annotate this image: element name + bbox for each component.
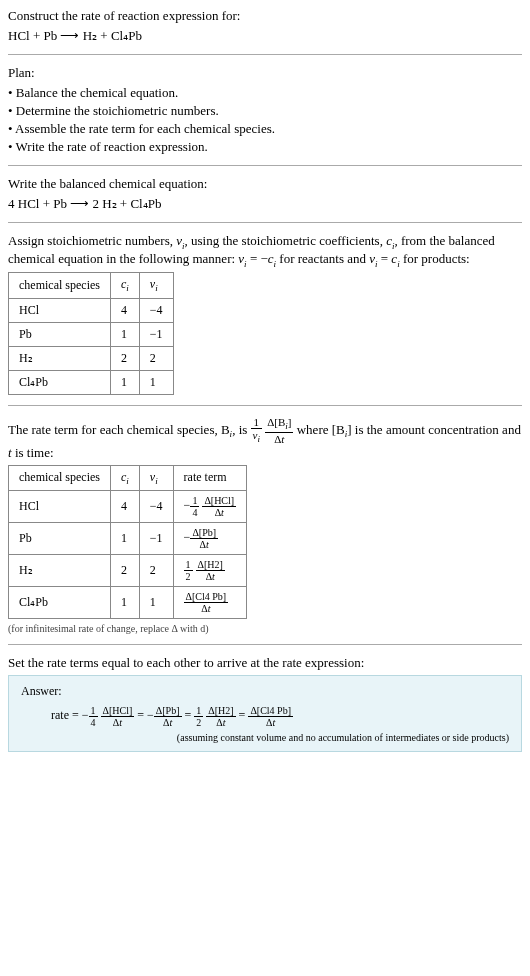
num: Δ[Pb] xyxy=(154,705,182,717)
balanced-block: Write the balanced chemical equation: 4 … xyxy=(8,176,522,212)
rate-prefix: rate = xyxy=(51,708,82,722)
table-note: (for infinitesimal rate of change, repla… xyxy=(8,623,522,634)
divider xyxy=(8,405,522,406)
cell: 1 xyxy=(110,587,139,619)
table-row: Pb 1 −1 −Δ[Pb]Δt xyxy=(9,523,247,555)
cell: −1 xyxy=(139,523,173,555)
den: 2 xyxy=(194,717,203,728)
divider xyxy=(8,222,522,223)
cell: 2 xyxy=(139,555,173,587)
table-row: H₂ 2 2 12 Δ[H2]Δt xyxy=(9,555,247,587)
cell: 2 xyxy=(110,346,139,370)
col-header: ci xyxy=(110,465,139,490)
answer-rate: rate = −14 Δ[HCl]Δt = −Δ[Pb]Δt = 12 Δ[H2… xyxy=(51,705,509,728)
cell: 1 xyxy=(110,370,139,394)
cell: Cl₄Pb xyxy=(9,587,111,619)
question-block: Construct the rate of reaction expressio… xyxy=(8,8,522,44)
text: chemical species xyxy=(19,278,100,292)
den: Δt xyxy=(154,717,182,728)
neg: − xyxy=(82,708,89,722)
neg: − xyxy=(184,530,191,544)
eq: = xyxy=(239,708,249,722)
table-header-row: chemical species ci νi xyxy=(9,273,174,298)
den: 4 xyxy=(89,717,98,728)
num: Δ[Pb] xyxy=(190,527,218,539)
fraction: Δ[H2]Δt xyxy=(196,559,225,582)
question-equation: HCl + Pb ⟶ H₂ + Cl₄Pb xyxy=(8,28,522,44)
cell: 4 xyxy=(110,298,139,322)
num: Δ[HCl] xyxy=(101,705,135,717)
den: 4 xyxy=(190,507,199,518)
plan-title: Plan: xyxy=(8,65,522,81)
stoich-intro: Assign stoichiometric numbers, νi, using… xyxy=(8,233,522,268)
fraction: Δ[Pb]Δt xyxy=(154,705,182,728)
text: , is xyxy=(232,421,250,436)
stoich-block: Assign stoichiometric numbers, νi, using… xyxy=(8,233,522,395)
cell: −14 Δ[HCl]Δt xyxy=(173,491,247,523)
text: rate term xyxy=(184,470,227,484)
num: 1 xyxy=(184,559,193,571)
table-header-row: chemical species ci νi rate term xyxy=(9,465,247,490)
table-row: HCl4−4 xyxy=(9,298,174,322)
table-row: HCl 4 −4 −14 Δ[HCl]Δt xyxy=(9,491,247,523)
fraction: Δ[Cl4 Pb]Δt xyxy=(248,705,293,728)
col-header: ci xyxy=(110,273,139,298)
question-prompt: Construct the rate of reaction expressio… xyxy=(8,8,522,24)
cell: 4 xyxy=(110,491,139,523)
den: 2 xyxy=(184,571,193,582)
balanced-title: Write the balanced chemical equation: xyxy=(8,176,522,192)
cell: 1 xyxy=(110,322,139,346)
num: Δ[H2] xyxy=(206,705,235,717)
fraction: 12 xyxy=(184,559,193,582)
text: Assign stoichiometric numbers, xyxy=(8,233,176,248)
cell: −4 xyxy=(139,491,173,523)
cell: 12 Δ[H2]Δt xyxy=(173,555,247,587)
cell: HCl xyxy=(9,298,111,322)
plan-item: • Assemble the rate term for each chemic… xyxy=(8,121,522,137)
text: chemical species xyxy=(19,470,100,484)
answer-note: (assuming constant volume and no accumul… xyxy=(21,732,509,743)
cell: HCl xyxy=(9,491,111,523)
final-block: Set the rate terms equal to each other t… xyxy=(8,655,522,752)
den: Δt xyxy=(202,507,236,518)
cell: 2 xyxy=(110,555,139,587)
plan-item: • Write the rate of reaction expression. xyxy=(8,139,522,155)
cell: H₂ xyxy=(9,555,111,587)
balanced-equation: 4 HCl + Pb ⟶ 2 H₂ + Cl₄Pb xyxy=(8,196,522,212)
den: Δt xyxy=(248,717,293,728)
fraction: 14 xyxy=(89,705,98,728)
neg: − xyxy=(147,708,154,722)
table-row: Cl₄Pb 1 1 Δ[Cl4 Pb]Δt xyxy=(9,587,247,619)
cell: H₂ xyxy=(9,346,111,370)
cell: −Δ[Pb]Δt xyxy=(173,523,247,555)
divider xyxy=(8,644,522,645)
fraction: Δ[Cl4 Pb]Δt xyxy=(184,591,229,614)
stoich-table: chemical species ci νi HCl4−4 Pb1−1 H₂22… xyxy=(8,272,174,394)
num: 1 xyxy=(194,705,203,717)
fraction: 12 xyxy=(194,705,203,728)
den: Δt xyxy=(196,571,225,582)
cell: Pb xyxy=(9,322,111,346)
text: for products: xyxy=(400,251,470,266)
num: Δ[Cl4 Pb] xyxy=(248,705,293,717)
rateterm-intro: The rate term for each chemical species,… xyxy=(8,416,522,461)
text: for reactants and xyxy=(276,251,369,266)
term: −Δ[Pb]Δt xyxy=(147,708,181,722)
num: Δ[HCl] xyxy=(202,495,236,507)
divider xyxy=(8,165,522,166)
col-header: rate term xyxy=(173,465,247,490)
cell: 2 xyxy=(139,346,173,370)
divider xyxy=(8,54,522,55)
cell: Cl₄Pb xyxy=(9,370,111,394)
cell: 1 xyxy=(139,587,173,619)
table-row: Pb1−1 xyxy=(9,322,174,346)
text: is time: xyxy=(12,445,54,460)
den: Δt xyxy=(190,539,218,550)
plan-block: Plan: • Balance the chemical equation. •… xyxy=(8,65,522,155)
cell: 1 xyxy=(139,370,173,394)
fraction: 14 xyxy=(190,495,199,518)
term: −14 Δ[HCl]Δt xyxy=(82,708,135,722)
plan-item: • Determine the stoichiometric numbers. xyxy=(8,103,522,119)
text: The rate term for each chemical species,… xyxy=(8,421,230,436)
eq: = xyxy=(185,708,195,722)
